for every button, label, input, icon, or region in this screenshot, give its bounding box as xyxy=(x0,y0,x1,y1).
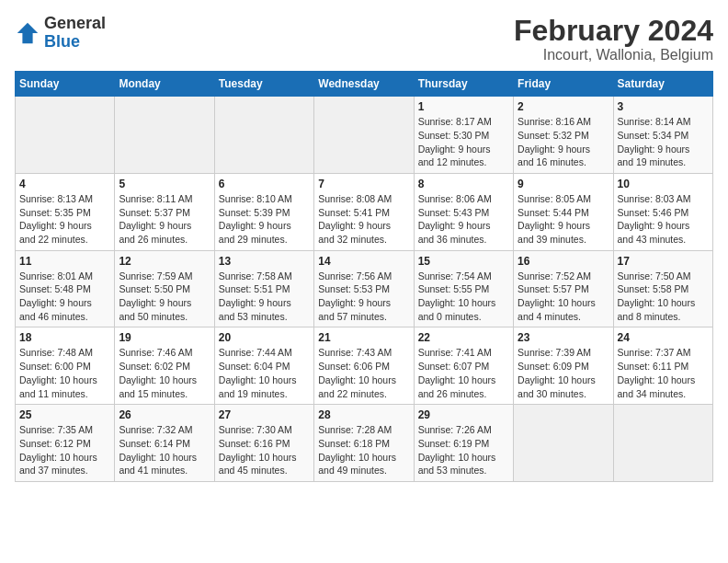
week-row-2: 4Sunrise: 8:13 AMSunset: 5:35 PMDaylight… xyxy=(16,173,713,250)
day-details: Sunrise: 7:54 AMSunset: 5:55 PMDaylight:… xyxy=(418,270,509,324)
calendar-cell: 10Sunrise: 8:03 AMSunset: 5:46 PMDayligh… xyxy=(613,173,712,250)
day-number: 29 xyxy=(418,408,509,421)
calendar-cell: 28Sunrise: 7:28 AMSunset: 6:18 PMDayligh… xyxy=(314,405,414,482)
week-row-3: 11Sunrise: 8:01 AMSunset: 5:48 PMDayligh… xyxy=(16,250,713,327)
day-number: 18 xyxy=(19,331,110,344)
weekday-header-thursday: Thursday xyxy=(414,72,513,97)
day-details: Sunrise: 7:30 AMSunset: 6:16 PMDaylight:… xyxy=(219,423,310,477)
calendar-cell: 3Sunrise: 8:14 AMSunset: 5:34 PMDaylight… xyxy=(613,97,712,174)
day-details: Sunrise: 8:01 AMSunset: 5:48 PMDaylight:… xyxy=(19,270,110,324)
calendar-cell: 20Sunrise: 7:44 AMSunset: 6:04 PMDayligh… xyxy=(214,327,313,405)
calendar-cell: 19Sunrise: 7:46 AMSunset: 6:02 PMDayligh… xyxy=(115,327,214,405)
calendar-cell xyxy=(16,97,115,174)
day-details: Sunrise: 7:41 AMSunset: 6:07 PMDaylight:… xyxy=(418,346,509,400)
calendar-cell xyxy=(214,97,313,174)
day-number: 2 xyxy=(518,100,609,113)
title-area: February 2024 Incourt, Wallonia, Belgium xyxy=(514,15,713,63)
day-details: Sunrise: 7:50 AMSunset: 5:58 PMDaylight:… xyxy=(618,270,709,324)
calendar-body: 1Sunrise: 8:17 AMSunset: 5:30 PMDaylight… xyxy=(16,97,713,482)
logo-blue: Blue xyxy=(44,32,80,51)
weekday-header-wednesday: Wednesday xyxy=(314,72,414,97)
weekday-header-saturday: Saturday xyxy=(613,72,712,97)
day-number: 16 xyxy=(518,255,609,268)
calendar-cell: 27Sunrise: 7:30 AMSunset: 6:16 PMDayligh… xyxy=(214,405,313,482)
calendar-cell: 4Sunrise: 8:13 AMSunset: 5:35 PMDaylight… xyxy=(16,173,115,250)
day-number: 15 xyxy=(418,255,509,268)
day-number: 5 xyxy=(119,178,210,190)
calendar-cell: 11Sunrise: 8:01 AMSunset: 5:48 PMDayligh… xyxy=(16,250,115,327)
calendar-cell: 14Sunrise: 7:56 AMSunset: 5:53 PMDayligh… xyxy=(314,250,414,327)
day-number: 9 xyxy=(518,178,609,190)
weekday-header-friday: Friday xyxy=(514,72,613,97)
calendar-cell: 16Sunrise: 7:52 AMSunset: 5:57 PMDayligh… xyxy=(514,250,613,327)
calendar-cell: 7Sunrise: 8:08 AMSunset: 5:41 PMDaylight… xyxy=(314,173,414,250)
week-row-1: 1Sunrise: 8:17 AMSunset: 5:30 PMDaylight… xyxy=(16,97,713,174)
day-details: Sunrise: 8:11 AMSunset: 5:37 PMDaylight:… xyxy=(119,192,210,247)
day-details: Sunrise: 7:39 AMSunset: 6:09 PMDaylight:… xyxy=(518,346,609,400)
weekday-row: SundayMondayTuesdayWednesdayThursdayFrid… xyxy=(16,72,713,97)
day-details: Sunrise: 7:58 AMSunset: 5:51 PMDaylight:… xyxy=(219,270,310,324)
calendar-header: SundayMondayTuesdayWednesdayThursdayFrid… xyxy=(16,72,713,97)
calendar-cell: 21Sunrise: 7:43 AMSunset: 6:06 PMDayligh… xyxy=(314,327,414,405)
day-details: Sunrise: 8:14 AMSunset: 5:34 PMDaylight:… xyxy=(618,115,709,169)
day-number: 28 xyxy=(318,408,409,421)
day-details: Sunrise: 7:35 AMSunset: 6:12 PMDaylight:… xyxy=(19,423,110,477)
calendar-cell: 29Sunrise: 7:26 AMSunset: 6:19 PMDayligh… xyxy=(414,405,513,482)
calendar-cell: 8Sunrise: 8:06 AMSunset: 5:43 PMDaylight… xyxy=(414,173,513,250)
weekday-header-sunday: Sunday xyxy=(16,72,115,97)
day-number: 6 xyxy=(219,178,310,190)
calendar-cell: 2Sunrise: 8:16 AMSunset: 5:32 PMDaylight… xyxy=(514,97,613,174)
day-number: 10 xyxy=(618,178,709,190)
day-number: 1 xyxy=(418,100,509,113)
day-details: Sunrise: 8:03 AMSunset: 5:46 PMDaylight:… xyxy=(618,192,709,247)
day-details: Sunrise: 8:06 AMSunset: 5:43 PMDaylight:… xyxy=(418,192,509,247)
day-number: 21 xyxy=(318,331,409,344)
day-number: 25 xyxy=(19,408,110,421)
calendar-cell: 9Sunrise: 8:05 AMSunset: 5:44 PMDaylight… xyxy=(514,173,613,250)
calendar-cell: 23Sunrise: 7:39 AMSunset: 6:09 PMDayligh… xyxy=(514,327,613,405)
day-number: 8 xyxy=(418,178,509,190)
calendar-subtitle: Incourt, Wallonia, Belgium xyxy=(514,47,713,63)
svg-marker-0 xyxy=(17,23,38,43)
day-details: Sunrise: 8:16 AMSunset: 5:32 PMDaylight:… xyxy=(518,115,609,169)
week-row-4: 18Sunrise: 7:48 AMSunset: 6:00 PMDayligh… xyxy=(16,327,713,405)
calendar-cell: 22Sunrise: 7:41 AMSunset: 6:07 PMDayligh… xyxy=(414,327,513,405)
day-number: 26 xyxy=(119,408,210,421)
calendar-cell: 24Sunrise: 7:37 AMSunset: 6:11 PMDayligh… xyxy=(613,327,712,405)
calendar-cell: 5Sunrise: 8:11 AMSunset: 5:37 PMDaylight… xyxy=(115,173,214,250)
day-details: Sunrise: 7:46 AMSunset: 6:02 PMDaylight:… xyxy=(119,346,210,400)
day-number: 7 xyxy=(318,178,409,190)
day-number: 13 xyxy=(219,255,310,268)
day-details: Sunrise: 7:26 AMSunset: 6:19 PMDaylight:… xyxy=(418,423,509,477)
day-details: Sunrise: 7:56 AMSunset: 5:53 PMDaylight:… xyxy=(318,270,409,324)
day-number: 19 xyxy=(119,331,210,344)
calendar-cell: 17Sunrise: 7:50 AMSunset: 5:58 PMDayligh… xyxy=(613,250,712,327)
logo: General Blue xyxy=(15,15,106,52)
calendar-cell xyxy=(314,97,414,174)
day-details: Sunrise: 7:44 AMSunset: 6:04 PMDaylight:… xyxy=(219,346,310,400)
day-details: Sunrise: 7:32 AMSunset: 6:14 PMDaylight:… xyxy=(119,423,210,477)
header: General Blue February 2024 Incourt, Wall… xyxy=(15,15,713,63)
week-row-5: 25Sunrise: 7:35 AMSunset: 6:12 PMDayligh… xyxy=(16,405,713,482)
day-details: Sunrise: 8:10 AMSunset: 5:39 PMDaylight:… xyxy=(219,192,310,247)
logo-general: General xyxy=(44,14,106,32)
calendar-cell xyxy=(115,97,214,174)
day-number: 20 xyxy=(219,331,310,344)
weekday-header-tuesday: Tuesday xyxy=(214,72,313,97)
calendar-cell: 25Sunrise: 7:35 AMSunset: 6:12 PMDayligh… xyxy=(16,405,115,482)
day-number: 27 xyxy=(219,408,310,421)
day-number: 14 xyxy=(318,255,409,268)
day-details: Sunrise: 7:43 AMSunset: 6:06 PMDaylight:… xyxy=(318,346,409,400)
day-details: Sunrise: 7:52 AMSunset: 5:57 PMDaylight:… xyxy=(518,270,609,324)
day-details: Sunrise: 7:37 AMSunset: 6:11 PMDaylight:… xyxy=(618,346,709,400)
calendar-cell: 18Sunrise: 7:48 AMSunset: 6:00 PMDayligh… xyxy=(16,327,115,405)
day-number: 12 xyxy=(119,255,210,268)
day-details: Sunrise: 8:17 AMSunset: 5:30 PMDaylight:… xyxy=(418,115,509,169)
logo-text: General Blue xyxy=(44,15,106,52)
calendar-table: SundayMondayTuesdayWednesdayThursdayFrid… xyxy=(15,71,713,482)
calendar-cell xyxy=(613,405,712,482)
calendar-cell: 26Sunrise: 7:32 AMSunset: 6:14 PMDayligh… xyxy=(115,405,214,482)
day-number: 17 xyxy=(618,255,709,268)
weekday-header-monday: Monday xyxy=(115,72,214,97)
day-details: Sunrise: 8:13 AMSunset: 5:35 PMDaylight:… xyxy=(19,192,110,247)
